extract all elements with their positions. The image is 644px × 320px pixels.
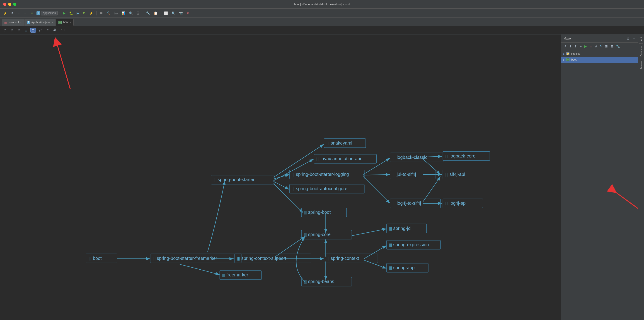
svg-text:|||
           spring-boot-sta: ||| spring-boot-starter	[214, 177, 255, 182]
side-tabs: Ant Database Maven	[638, 35, 644, 320]
titlebar: boot [~/Documents/intelliJ/lixuekai/boot…	[0, 0, 644, 9]
diagram-toolbar: ⊙ ⊕ ⊖ ⊞ ⊡ ⇄ ↗ 🖶 1:1	[0, 26, 644, 35]
node-log4j-api: ||| log4j-api	[443, 199, 483, 208]
node-spring-context-support: ||| spring-context-support	[234, 254, 311, 263]
toolbar-stop-button[interactable]: ⏹	[98, 11, 104, 16]
export-button[interactable]: ↗	[45, 27, 50, 33]
minimize-button[interactable]	[8, 3, 11, 6]
toolbar-undo-icon[interactable]: ↩	[29, 11, 35, 16]
maven-add-button[interactable]: ⬇	[568, 44, 572, 49]
application-tab-close[interactable]: ×	[52, 21, 53, 24]
maven-m-button[interactable]: m	[589, 44, 593, 49]
run-button[interactable]: ▶	[62, 10, 67, 16]
maven-run-button[interactable]: ▶	[584, 44, 588, 49]
toolbar-ant-button[interactable]: 🐜	[112, 11, 119, 16]
maven-minimize-button[interactable]: −	[632, 36, 636, 41]
zoom-out-button[interactable]: ⊖	[16, 27, 22, 33]
svg-text:|||
           spring-jcl: ||| spring-jcl	[389, 226, 411, 231]
side-tab-ant[interactable]: Ant	[639, 35, 644, 43]
maven-reload-button[interactable]: ↺	[563, 44, 567, 49]
toolbar-build2-button[interactable]: 🔨	[105, 11, 112, 16]
tab-bar: m pom.xml × A Application.java × ⊞ boot …	[0, 18, 644, 26]
node-snakeyaml: ||| snakeyaml	[324, 139, 366, 148]
run-config-dropdown[interactable]: ▾	[58, 12, 60, 14]
application-tab-label: Application.java	[31, 21, 50, 24]
toolbar-coverage2-button[interactable]: 📊	[120, 11, 127, 16]
fit-active-button[interactable]: ⊡	[30, 28, 36, 33]
node-logback-core: ||| logback-core	[443, 151, 490, 161]
pom-tab-close[interactable]: ×	[20, 21, 22, 24]
toolbar-build-icon[interactable]: ⚡	[2, 11, 8, 16]
boot-label: boot	[571, 58, 576, 61]
coverage-button[interactable]: ▶	[75, 11, 80, 16]
node-spring-boot-starter-logging: ||| spring-boot-starter-logging	[290, 170, 364, 179]
svg-text:|||
           spring-beans: ||| spring-beans	[304, 279, 334, 284]
side-tab-database[interactable]: Database	[639, 44, 644, 58]
pom-tab-icon: m	[4, 21, 7, 24]
svg-text:|||
           spring-expressi: ||| spring-expression	[389, 242, 429, 247]
toolbar-screenshot-button[interactable]: 📷	[178, 11, 184, 16]
zoom-reset-button[interactable]: ⊙	[2, 27, 8, 33]
dependency-diagram[interactable]: ||| boot ||| spring-boot-starter-freemar…	[0, 35, 561, 320]
svg-text:|||
           javax.annotatio: ||| javax.annotation-api	[316, 156, 361, 161]
profile-button[interactable]: ⚙	[81, 11, 87, 16]
maven-toolbar: ↺ ⬇ ⬆ + ▶ m # ↻ ⊞ ⊟ 🔧	[561, 43, 638, 50]
maximize-button[interactable]	[13, 3, 16, 6]
svg-text:|||
           log4j-to-slf4j: ||| log4j-to-slf4j	[392, 201, 421, 206]
close-button[interactable]	[3, 3, 6, 6]
tab-pom[interactable]: m pom.xml ×	[2, 19, 24, 26]
maven-layout-button[interactable]: ⊞	[604, 44, 609, 49]
boot-project-icon: ⊞	[566, 58, 570, 61]
maven-plus-button[interactable]: +	[579, 44, 582, 49]
reload-config-button[interactable]: ⚡	[88, 11, 94, 16]
tab-application[interactable]: A Application.java ×	[24, 19, 56, 26]
print-button[interactable]: 🖶	[52, 28, 58, 33]
svg-text:|||
           spring-aop: ||| spring-aop	[389, 265, 415, 270]
boot-arrow-icon: ▶	[563, 59, 565, 61]
toolbar-no-button[interactable]: ⊘	[185, 11, 190, 16]
node-spring-boot-autoconfigure: ||| spring-boot-autoconfigure	[290, 184, 364, 193]
maven-hash-button[interactable]: #	[594, 44, 598, 49]
toolbar-terminal-button[interactable]: ⬜	[163, 11, 169, 16]
svg-line-15	[364, 246, 386, 259]
zoom-actual-button[interactable]: ⊕	[9, 27, 14, 33]
window-title: boot [~/Documents/intelliJ/lixuekai/boot…	[294, 3, 350, 6]
zoom-label: 1:1	[61, 29, 65, 32]
node-logback-classic: ||| logback-classic	[390, 153, 444, 162]
node-spring-boot-starter: ||| spring-boot-starter	[211, 175, 274, 184]
toolbar-forward-icon[interactable]: →	[22, 11, 28, 16]
boot-tab-close[interactable]: ×	[70, 21, 71, 24]
toolbar-reload-icon[interactable]: ↺	[9, 11, 15, 16]
toolbar-separator	[96, 11, 96, 16]
tab-boot[interactable]: ⊞ boot ×	[56, 19, 74, 26]
toolbar-database-button[interactable]: 🗄	[135, 11, 141, 16]
side-tab-maven[interactable]: Maven	[639, 59, 644, 71]
tree-item-profiles[interactable]: ▶ 📁 Profiles	[561, 51, 638, 57]
maven-columns-button[interactable]: ⊟	[610, 44, 614, 49]
profiles-arrow-icon: ▶	[563, 53, 565, 55]
svg-line-65	[613, 190, 638, 209]
tree-item-boot[interactable]: ▶ ⊞ boot	[561, 57, 638, 63]
node-spring-beans: ||| spring-beans	[302, 277, 352, 286]
maven-refresh-active-button[interactable]: ↻	[599, 44, 603, 49]
maven-wrench-button[interactable]: 🔧	[615, 44, 621, 49]
layout-button[interactable]: ⇄	[38, 27, 43, 33]
run-config-label[interactable]: Application	[41, 11, 58, 16]
toolbar-back-icon[interactable]: ←	[16, 11, 22, 16]
svg-text:|||
           spring-context: ||| spring-context	[326, 256, 359, 261]
boot-tab-icon: ⊞	[58, 21, 62, 24]
application-tab-icon: A	[27, 21, 30, 24]
svg-line-7	[363, 177, 390, 203]
maven-tree: ▶ 📁 Profiles ▶ ⊞ boot	[561, 50, 638, 186]
toolbar-search-button[interactable]: 🔍	[170, 11, 177, 16]
toolbar-commit-button[interactable]: 📋	[152, 11, 159, 16]
debug-button[interactable]: 🐛	[68, 11, 74, 16]
zoom-fit-button[interactable]: ⊞	[23, 27, 28, 33]
toolbar-vcs-button[interactable]: 🔧	[145, 11, 151, 16]
maven-settings-button[interactable]: ⚙	[626, 36, 630, 41]
run-config-icon: A	[36, 11, 40, 15]
maven-panel: Maven ⚙ − ↺ ⬇ ⬆ + ▶ m # ↻ ⊞ ⊟ 🔧 ▶ 📁 Prof…	[561, 35, 638, 320]
toolbar-inspect-button[interactable]: 🔍	[128, 11, 134, 16]
maven-download-button[interactable]: ⬆	[574, 44, 578, 49]
svg-text:|||
           jul-to-slf4j: ||| jul-to-slf4j	[392, 172, 416, 177]
